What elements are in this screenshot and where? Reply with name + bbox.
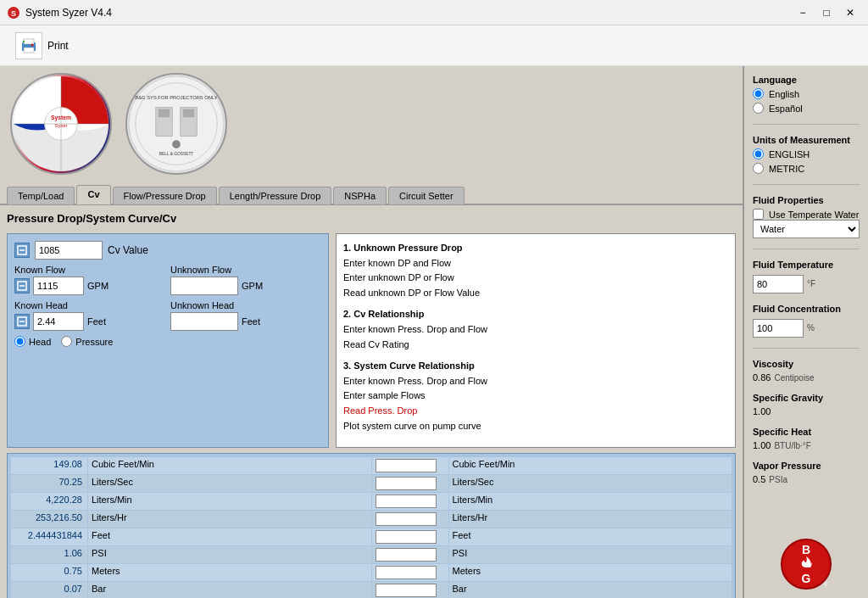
fluid-type-select[interactable]: Water Ethylene Glycol Propylene Glycol (753, 220, 860, 238)
sp-gravity-value: 1.00 (753, 406, 771, 416)
instruction-1: 1. Unknown Pressure Drop Enter known DP … (343, 241, 728, 300)
sp-gravity-section: Specific Gravity 1.00 (753, 393, 860, 416)
table-row: 149.08 (11, 457, 87, 474)
known-flow-input[interactable] (33, 277, 84, 295)
minimize-button[interactable]: − (792, 4, 814, 21)
vapor-label: Vapor Pressure (753, 461, 860, 471)
fluid-temp-label: Fluid Temperature (753, 260, 860, 270)
lang-english-option[interactable]: English (753, 88, 860, 99)
divider-3 (753, 249, 860, 249)
tab-length-pressure[interactable]: Length/Pressure Drop (219, 187, 332, 204)
language-radio-group: English Español (753, 88, 860, 114)
fluid-temp-section: Fluid Temperature °F (753, 260, 860, 293)
tab-circuit-setter-label: Circuit Setter (399, 191, 453, 201)
instr-2-title: 2. Cv Relationship (343, 307, 728, 322)
known-flow-icon[interactable] (14, 278, 30, 293)
tab-circuit-setter[interactable]: Circuit Setter (388, 187, 465, 204)
unknown-flow-input[interactable] (170, 277, 238, 295)
bg-logo: B G ® (781, 539, 832, 590)
unit-metric-option[interactable]: METRIC (753, 163, 860, 174)
tab-nspHa-label: NSPHa (344, 191, 376, 201)
table-row: PSI (88, 546, 371, 563)
units-section: Units of Measurement ENGLISH METRIC (753, 135, 860, 174)
lang-espanol-option[interactable]: Español (753, 103, 860, 114)
svg-rect-18 (159, 109, 170, 118)
table-row: PSI (449, 546, 732, 563)
panel-title: Pressure Drop/System Curve/Cv (7, 212, 736, 225)
pressure-label: Pressure (75, 337, 113, 347)
unknown-head-label: Unknown Head (170, 300, 321, 310)
tab-nspHa[interactable]: NSPHa (333, 187, 387, 204)
pressure-radio[interactable]: Pressure (61, 336, 113, 347)
svg-rect-6 (23, 41, 25, 42)
svg-rect-19 (183, 109, 195, 118)
title-bar: S System Syzer V4.4 − □ ✕ (0, 0, 868, 25)
tab-flow-pressure-label: Flow/Pressure Drop (124, 191, 206, 201)
maximize-button[interactable]: □ (815, 4, 837, 21)
table-row[interactable] (376, 495, 437, 508)
units-radio-group: ENGLISH METRIC (753, 148, 860, 174)
instr-3-title: 3. System Curve Relationship (343, 359, 728, 374)
bg-logo-b: B (802, 544, 810, 556)
table-row[interactable] (376, 459, 437, 472)
fluid-conc-input[interactable] (753, 319, 804, 338)
known-head-input[interactable] (33, 312, 84, 331)
table-row[interactable] (376, 566, 437, 579)
fluid-conc-unit: % (807, 323, 815, 333)
window-title: System Syzer V4.4 (25, 7, 792, 19)
temperate-water-checkbox[interactable]: Use Temperate Water (753, 209, 860, 220)
cv-value-row: Cv Value (14, 241, 321, 260)
svg-point-13 (129, 76, 224, 171)
language-title: Language (753, 75, 860, 85)
head-radio[interactable]: Head (14, 336, 51, 347)
svg-text:S: S (11, 9, 16, 18)
temperate-water-label: Use Temperate Water (769, 210, 859, 220)
print-label: Print (47, 40, 69, 52)
cv-icon[interactable] (14, 243, 30, 258)
divider-4 (753, 348, 860, 349)
table-row: 0.07 (11, 582, 87, 598)
tab-cv[interactable]: Cv (76, 185, 110, 204)
bg-logo-text: B G (799, 544, 813, 584)
head-row: Known Head Feet Unknown Head (14, 300, 321, 331)
svg-rect-3 (24, 39, 34, 44)
table-row[interactable] (376, 477, 437, 490)
tab-length-pressure-label: Length/Pressure Drop (230, 191, 321, 201)
viscosity-section: Viscosity 0.86 Centipoise (753, 359, 860, 383)
sp-heat-label: Specific Heat (753, 427, 860, 437)
table-row[interactable] (376, 584, 437, 597)
close-button[interactable]: ✕ (839, 4, 861, 21)
bottom-data-grid: 149.08Cubic Feet/MinCubic Feet/Min70.25L… (7, 453, 736, 598)
sp-heat-row: 1.00 BTU/lb·°F (753, 440, 860, 450)
instr-1-title: 1. Unknown Pressure Drop (343, 241, 728, 256)
tab-flow-pressure[interactable]: Flow/Pressure Drop (113, 187, 217, 204)
known-head-icon[interactable] (14, 314, 30, 329)
fluid-props-title: Fluid Properties (753, 195, 860, 205)
table-row: Meters (88, 564, 371, 581)
print-button[interactable]: Print (8, 29, 75, 63)
fluid-temp-input[interactable] (753, 275, 804, 293)
table-row: Feet (449, 528, 732, 545)
cv-value-input[interactable] (35, 241, 103, 260)
unit-english-label: ENGLISH (769, 149, 810, 159)
content-area: System Syzer B&G SYS FOR PROJECTORS ONLY (0, 66, 743, 598)
lang-espanol-label: Español (769, 103, 803, 114)
table-row[interactable] (376, 512, 437, 526)
instr-3-line-2: Enter sample Flows (343, 388, 728, 404)
tab-temp-load[interactable]: Temp/Load (7, 187, 75, 204)
viscosity-row: 0.86 Centipoise (753, 372, 860, 383)
bg-registered: ® (824, 581, 828, 587)
known-flow-label: Known Flow (14, 265, 165, 275)
viscosity-unit: Centipoise (774, 373, 814, 383)
head-label: Head (29, 337, 51, 347)
table-row: 0.75 (11, 564, 87, 581)
table-row[interactable] (376, 548, 437, 562)
table-row[interactable] (376, 530, 437, 544)
table-row: Bar (449, 582, 732, 598)
divider-2 (753, 184, 860, 185)
unit-english-option[interactable]: ENGLISH (753, 148, 860, 159)
print-icon (15, 32, 42, 59)
toolbar: Print (0, 25, 868, 66)
unknown-head-input[interactable] (170, 312, 238, 331)
table-row: 253,216.50 (11, 511, 87, 528)
